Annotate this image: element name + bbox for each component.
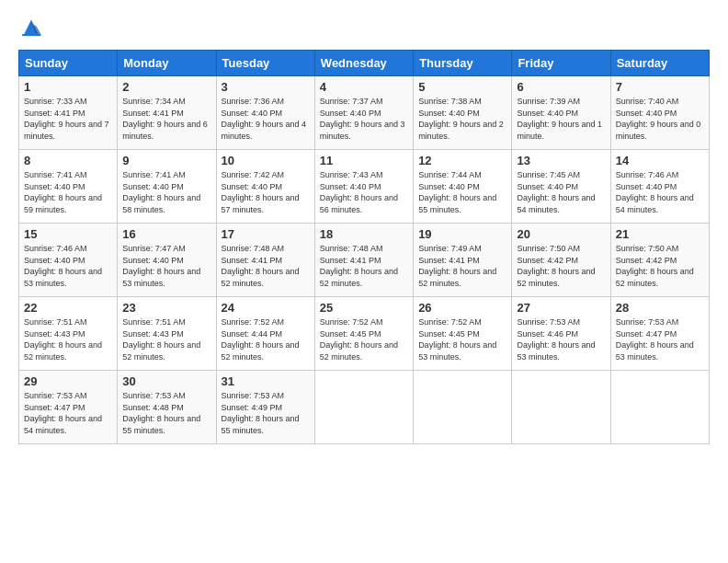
week-row: 22 Sunrise: 7:51 AM Sunset: 4:43 PM Dayl… — [19, 297, 710, 371]
cell-content: Sunrise: 7:44 AM Sunset: 4:40 PM Dayligh… — [418, 169, 506, 215]
day-number: 7 — [616, 80, 704, 94]
svg-rect-2 — [22, 34, 40, 36]
calendar-cell: 17 Sunrise: 7:48 AM Sunset: 4:41 PM Dayl… — [216, 224, 314, 297]
cell-content: Sunrise: 7:48 AM Sunset: 4:41 PM Dayligh… — [320, 243, 408, 289]
day-number: 30 — [122, 374, 210, 388]
calendar-cell: 16 Sunrise: 7:47 AM Sunset: 4:40 PM Dayl… — [118, 224, 216, 297]
col-monday: Monday — [118, 51, 216, 76]
col-friday: Friday — [512, 51, 610, 76]
day-number: 16 — [122, 227, 210, 241]
calendar-cell: 25 Sunrise: 7:52 AM Sunset: 4:45 PM Dayl… — [314, 297, 413, 371]
week-row: 15 Sunrise: 7:46 AM Sunset: 4:40 PM Dayl… — [19, 224, 710, 297]
day-number: 13 — [517, 154, 605, 167]
day-number: 24 — [222, 301, 310, 315]
calendar-cell: 13 Sunrise: 7:45 AM Sunset: 4:40 PM Dayl… — [512, 150, 610, 224]
calendar-cell: 31 Sunrise: 7:53 AM Sunset: 4:49 PM Dayl… — [216, 371, 314, 444]
day-number: 5 — [418, 80, 506, 94]
cell-content: Sunrise: 7:50 AM Sunset: 4:42 PM Dayligh… — [616, 243, 704, 289]
day-number: 19 — [418, 227, 506, 241]
cell-content: Sunrise: 7:40 AM Sunset: 4:40 PM Dayligh… — [616, 96, 704, 142]
cell-content: Sunrise: 7:47 AM Sunset: 4:40 PM Dayligh… — [122, 243, 210, 289]
day-number: 17 — [222, 227, 310, 241]
cell-content: Sunrise: 7:43 AM Sunset: 4:40 PM Dayligh… — [320, 169, 408, 215]
week-row: 8 Sunrise: 7:41 AM Sunset: 4:40 PM Dayli… — [19, 150, 710, 224]
calendar-cell: 20 Sunrise: 7:50 AM Sunset: 4:42 PM Dayl… — [512, 224, 610, 297]
calendar-cell — [512, 371, 610, 444]
week-row: 1 Sunrise: 7:33 AM Sunset: 4:41 PM Dayli… — [19, 76, 710, 150]
page: Sunday Monday Tuesday Wednesday Thursday… — [0, 0, 728, 454]
day-number: 21 — [616, 227, 704, 241]
calendar-cell: 30 Sunrise: 7:53 AM Sunset: 4:48 PM Dayl… — [118, 371, 216, 444]
col-tuesday: Tuesday — [216, 51, 314, 76]
day-number: 1 — [24, 80, 112, 94]
cell-content: Sunrise: 7:53 AM Sunset: 4:49 PM Dayligh… — [222, 390, 310, 436]
cell-content: Sunrise: 7:52 AM Sunset: 4:45 PM Dayligh… — [320, 316, 408, 362]
cell-content: Sunrise: 7:41 AM Sunset: 4:40 PM Dayligh… — [122, 169, 210, 215]
day-number: 31 — [222, 374, 310, 388]
day-number: 9 — [122, 154, 210, 167]
col-sunday: Sunday — [19, 51, 118, 76]
calendar-cell — [314, 371, 413, 444]
day-number: 20 — [517, 227, 605, 241]
day-number: 29 — [24, 374, 112, 388]
calendar-cell: 1 Sunrise: 7:33 AM Sunset: 4:41 PM Dayli… — [19, 76, 118, 150]
cell-content: Sunrise: 7:46 AM Sunset: 4:40 PM Dayligh… — [24, 243, 112, 289]
cell-content: Sunrise: 7:41 AM Sunset: 4:40 PM Dayligh… — [24, 169, 112, 215]
cell-content: Sunrise: 7:52 AM Sunset: 4:44 PM Dayligh… — [222, 316, 310, 362]
calendar-cell: 18 Sunrise: 7:48 AM Sunset: 4:41 PM Dayl… — [314, 224, 413, 297]
cell-content: Sunrise: 7:50 AM Sunset: 4:42 PM Dayligh… — [517, 243, 605, 289]
day-number: 27 — [517, 301, 605, 315]
cell-content: Sunrise: 7:37 AM Sunset: 4:40 PM Dayligh… — [320, 96, 408, 142]
day-number: 18 — [320, 227, 408, 241]
calendar-body: 1 Sunrise: 7:33 AM Sunset: 4:41 PM Dayli… — [19, 76, 710, 444]
col-wednesday: Wednesday — [314, 51, 413, 76]
day-number: 11 — [320, 154, 408, 167]
calendar-cell: 27 Sunrise: 7:53 AM Sunset: 4:46 PM Dayl… — [512, 297, 610, 371]
day-number: 2 — [122, 80, 210, 94]
col-saturday: Saturday — [610, 51, 709, 76]
calendar-cell: 3 Sunrise: 7:36 AM Sunset: 4:40 PM Dayli… — [216, 76, 314, 150]
calendar-cell: 6 Sunrise: 7:39 AM Sunset: 4:40 PM Dayli… — [512, 76, 610, 150]
cell-content: Sunrise: 7:48 AM Sunset: 4:41 PM Dayligh… — [222, 243, 310, 289]
logo — [18, 15, 48, 40]
day-number: 4 — [320, 80, 408, 94]
cell-content: Sunrise: 7:52 AM Sunset: 4:45 PM Dayligh… — [418, 316, 506, 362]
day-number: 14 — [616, 154, 704, 167]
header — [18, 15, 710, 40]
logo-icon — [18, 15, 44, 40]
day-number: 15 — [24, 227, 112, 241]
calendar-cell: 29 Sunrise: 7:53 AM Sunset: 4:47 PM Dayl… — [19, 371, 118, 444]
day-number: 8 — [24, 154, 112, 167]
calendar-cell: 9 Sunrise: 7:41 AM Sunset: 4:40 PM Dayli… — [118, 150, 216, 224]
calendar-cell: 7 Sunrise: 7:40 AM Sunset: 4:40 PM Dayli… — [610, 76, 709, 150]
calendar-table: Sunday Monday Tuesday Wednesday Thursday… — [18, 50, 710, 444]
day-number: 6 — [517, 80, 605, 94]
cell-content: Sunrise: 7:53 AM Sunset: 4:48 PM Dayligh… — [122, 390, 210, 436]
calendar-cell — [414, 371, 512, 444]
cell-content: Sunrise: 7:53 AM Sunset: 4:47 PM Dayligh… — [616, 316, 704, 362]
cell-content: Sunrise: 7:34 AM Sunset: 4:41 PM Dayligh… — [122, 96, 210, 142]
calendar-cell — [610, 371, 709, 444]
cell-content: Sunrise: 7:51 AM Sunset: 4:43 PM Dayligh… — [24, 316, 112, 362]
calendar-cell: 24 Sunrise: 7:52 AM Sunset: 4:44 PM Dayl… — [216, 297, 314, 371]
cell-content: Sunrise: 7:45 AM Sunset: 4:40 PM Dayligh… — [517, 169, 605, 215]
calendar-cell: 11 Sunrise: 7:43 AM Sunset: 4:40 PM Dayl… — [314, 150, 413, 224]
calendar-cell: 10 Sunrise: 7:42 AM Sunset: 4:40 PM Dayl… — [216, 150, 314, 224]
calendar-cell: 19 Sunrise: 7:49 AM Sunset: 4:41 PM Dayl… — [414, 224, 512, 297]
calendar-cell: 2 Sunrise: 7:34 AM Sunset: 4:41 PM Dayli… — [118, 76, 216, 150]
cell-content: Sunrise: 7:42 AM Sunset: 4:40 PM Dayligh… — [222, 169, 310, 215]
calendar-cell: 4 Sunrise: 7:37 AM Sunset: 4:40 PM Dayli… — [314, 76, 413, 150]
cell-content: Sunrise: 7:49 AM Sunset: 4:41 PM Dayligh… — [418, 243, 506, 289]
cell-content: Sunrise: 7:39 AM Sunset: 4:40 PM Dayligh… — [517, 96, 605, 142]
header-row: Sunday Monday Tuesday Wednesday Thursday… — [19, 51, 710, 76]
day-number: 3 — [222, 80, 310, 94]
calendar-cell: 14 Sunrise: 7:46 AM Sunset: 4:40 PM Dayl… — [610, 150, 709, 224]
day-number: 26 — [418, 301, 506, 315]
day-number: 22 — [24, 301, 112, 315]
col-thursday: Thursday — [414, 51, 512, 76]
cell-content: Sunrise: 7:51 AM Sunset: 4:43 PM Dayligh… — [122, 316, 210, 362]
week-row: 29 Sunrise: 7:53 AM Sunset: 4:47 PM Dayl… — [19, 371, 710, 444]
cell-content: Sunrise: 7:46 AM Sunset: 4:40 PM Dayligh… — [616, 169, 704, 215]
calendar-cell: 5 Sunrise: 7:38 AM Sunset: 4:40 PM Dayli… — [414, 76, 512, 150]
day-number: 28 — [616, 301, 704, 315]
